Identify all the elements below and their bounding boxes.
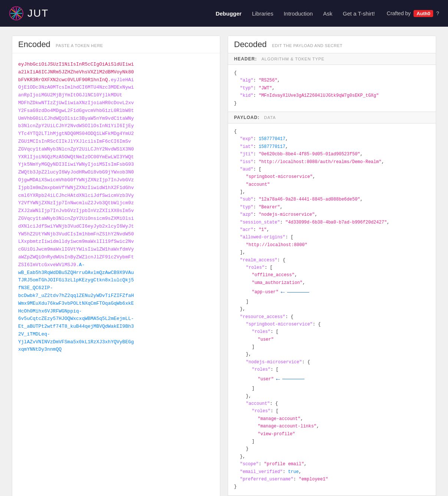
- header-json-open: {: [234, 69, 430, 77]
- p-acr: "acr": "1",: [240, 226, 430, 234]
- p-rsa-sb-r1: "user": [258, 336, 430, 343]
- payload-json[interactable]: { "exp": 1587770417, "iat": 1587770117, …: [228, 123, 436, 495]
- header-json-close: }: [234, 100, 430, 107]
- p-sub: "sub": "12a78a46-9a28-4441-8845-ad088be6…: [240, 196, 430, 203]
- header-section-label: HEADER: ALGORITHM & TOKEN TYPE: [228, 53, 436, 65]
- payload-section: PAYLOAD: DATA { "exp": 1587770417, "iat"…: [228, 112, 436, 495]
- p-ra-open: "realm_access": {: [240, 257, 430, 264]
- p-rsa-acc-close: }: [246, 445, 430, 453]
- p-aud-1: "springboot-microservice",: [246, 173, 430, 181]
- p-open: {: [234, 128, 430, 135]
- p-rsa-nj-open: "nodejs-microservice": {: [246, 358, 430, 366]
- p-rsa-sb-close: },: [246, 351, 430, 358]
- logo-text: JUT: [27, 7, 49, 19]
- p-rsa-nj-close: },: [246, 393, 430, 400]
- auth0-badge: Auth0: [414, 10, 433, 17]
- logo-icon: [9, 6, 24, 21]
- p-typ: "typ": "Bearer",: [240, 204, 430, 211]
- payload-section-label: PAYLOAD: DATA: [228, 112, 436, 123]
- p-rsa-acc-r1: "manage-account",: [258, 415, 430, 423]
- p-rsa-acc-roles-close: ]: [252, 438, 430, 445]
- p-iat: "iat": 1587770117,: [240, 143, 430, 151]
- p-rsa-acc-r2: "manage-account-links",: [258, 423, 430, 430]
- p-azp: "azp": "nodejs-microservice",: [240, 211, 430, 218]
- encoded-title: Encoded: [18, 40, 50, 49]
- p-jti: "jti": "0e620cbb-8be4-4f85-9d05-01ad9052…: [240, 151, 430, 158]
- nav-ask[interactable]: Ask: [323, 10, 332, 17]
- nav-introduction[interactable]: Introduction: [284, 10, 313, 17]
- p-ao-open: "allowed-origins": [: [240, 234, 430, 241]
- p-exp: "exp": 1587770417,: [240, 135, 430, 143]
- p-rsa-sb-open: "springboot-microservice": {: [246, 321, 430, 328]
- nav-right: Crafted by Auth0 ?: [387, 10, 439, 17]
- p-rsa-sb-roles-open: "roles": [: [252, 328, 430, 335]
- p-rsa-acc-r3: "view-profile": [258, 430, 430, 438]
- p-rsa-close: },: [240, 453, 430, 460]
- p-ao-1: "http://localhost:8000": [246, 241, 430, 249]
- p-rsa-nj-r1: "user" ←: [258, 374, 430, 385]
- logo[interactable]: JUT: [9, 6, 49, 21]
- nav-libraries[interactable]: Libraries: [252, 10, 273, 17]
- decoded-panel: Decoded EDIT THE PAYLOAD AND SECRET HEAD…: [228, 36, 436, 496]
- p-rsa-nj-roles-open: "roles": [: [252, 366, 430, 373]
- p-rsa-acc-open: "account": {: [246, 400, 430, 407]
- main-content: Encoded PASTE A TOKEN HERE eyJhbGciOiJSU…: [0, 27, 448, 496]
- crafted-by-text: Crafted by: [387, 10, 411, 16]
- p-session: "session_state": "4d33099d-6b38-4ba0-b7a…: [240, 219, 430, 226]
- p-scope: "scope": "profile email",: [240, 460, 430, 468]
- p-ra-roles-open: "roles": [: [246, 264, 430, 271]
- token-purple-part: eyJleHAi OjE1ODc3NzA0MTcsImlhdCI6MTU4Nzc…: [18, 77, 134, 268]
- decoded-header: Decoded EDIT THE PAYLOAD AND SECRET: [228, 36, 436, 53]
- header-kid: "kid": "MFnIdvayXlUve3gA1Z2604lUJGtk9qW7…: [240, 92, 430, 99]
- encoded-panel: Encoded PASTE A TOKEN HERE eyJhbGciOiJSU…: [12, 36, 220, 496]
- p-ao-close: ],: [240, 249, 430, 256]
- help-icon[interactable]: ?: [436, 10, 439, 16]
- token-blue-part: A- wB_Eab5h3RqWdDBuSZQHrruOAvlmQzAwCB9X9…: [18, 262, 134, 353]
- decoded-subtitle: EDIT THE PAYLOAD AND SECRET: [272, 43, 343, 48]
- p-ra-roles-close: ]: [246, 298, 430, 305]
- encoded-header: Encoded PASTE A TOKEN HERE: [12, 36, 220, 53]
- p-ev: "email_verified": true,: [240, 468, 430, 476]
- header-json[interactable]: { "alg": "RS256", "typ": "JWT", "kid": "…: [228, 65, 436, 112]
- navbar: JUT Debugger Libraries Introduction Ask …: [0, 0, 448, 27]
- p-aud-close: ],: [240, 188, 430, 196]
- encoded-subtitle: PASTE A TOKEN HERE: [56, 43, 103, 48]
- p-aud-open: "aud": [: [240, 166, 430, 173]
- p-rsa-sb-roles-close: ]: [252, 343, 430, 351]
- p-ra-r3: "app-user" ←: [252, 287, 430, 298]
- nav-links: Debugger Libraries Introduction Ask Get …: [215, 10, 375, 17]
- p-ra-r1: "offline_access",: [252, 271, 430, 279]
- encoded-content[interactable]: eyJhbGciOiJSUzI1NiIsInR5cCIgOiAiSldUIiwi…: [12, 53, 220, 361]
- header-section: HEADER: ALGORITHM & TOKEN TYPE { "alg": …: [228, 53, 436, 112]
- nav-debugger[interactable]: Debugger: [215, 10, 241, 17]
- p-iss: "iss": "http://localhost:8080/auth/realm…: [240, 158, 430, 166]
- p-aud-2: "account": [246, 181, 430, 188]
- header-alg: "alg": "RS256",: [240, 77, 430, 84]
- p-ra-r2: "uma_authorization",: [252, 279, 430, 287]
- p-ra-close: },: [240, 305, 430, 313]
- header-typ: "typ": "JWT",: [240, 85, 430, 92]
- p-close: }: [234, 483, 430, 490]
- panels: Encoded PASTE A TOKEN HERE eyJhbGciOiJSU…: [12, 36, 436, 496]
- p-rsa-acc-roles-open: "roles": [: [252, 407, 430, 415]
- nav-tshirt[interactable]: Get a T-shirt!: [343, 10, 375, 17]
- p-rsa-open: "resource_access": {: [240, 313, 430, 321]
- decoded-title: Decoded: [234, 40, 267, 49]
- p-pu: "preferred_username": "employee1": [240, 476, 430, 483]
- p-rsa-nj-roles-close: ]: [252, 385, 430, 392]
